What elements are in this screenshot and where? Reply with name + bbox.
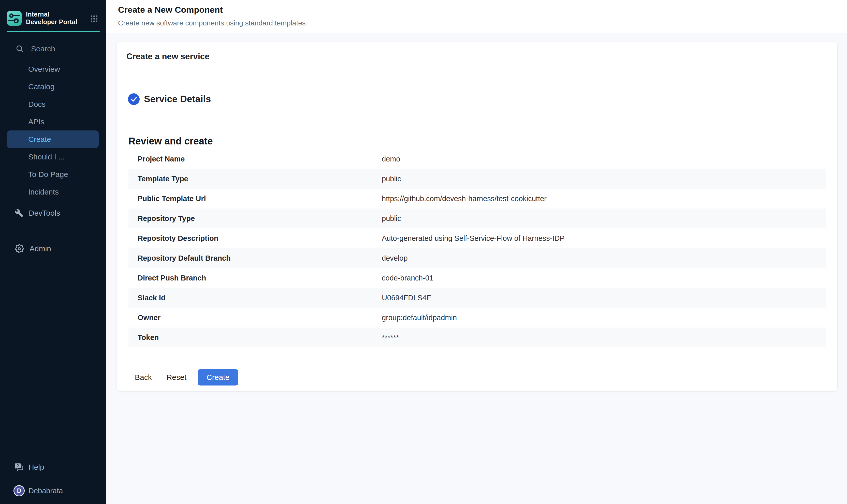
sidebar-nav-item-label: Catalog: [28, 83, 54, 91]
review-row: Repository Default Branch develop: [128, 248, 826, 268]
review-row-label: Project Name: [128, 155, 382, 163]
review-row-label: Template Type: [128, 175, 382, 183]
sidebar-nav: Overview Catalog Docs APIs Create Should…: [0, 60, 106, 201]
back-button[interactable]: Back: [130, 370, 157, 385]
footer-divider: [7, 451, 100, 451]
review-row: Token ******: [128, 327, 826, 347]
search-input[interactable]: Search: [0, 44, 106, 54]
review-row: Direct Push Branch code-branch-01: [128, 268, 826, 288]
review-row-label: Repositoty Description: [128, 234, 382, 242]
review-row-label: Direct Push Branch: [128, 274, 382, 282]
sidebar-item-help[interactable]: ? Help: [0, 460, 106, 474]
page-header: Create a New Component Create new softwa…: [106, 0, 847, 33]
form-actions: Back Reset Create: [130, 369, 837, 385]
search-icon: [15, 44, 24, 53]
portal-logo-icon: [7, 11, 22, 26]
review-row: Template Type public: [128, 169, 826, 189]
svg-text:?: ?: [17, 464, 19, 468]
reset-button[interactable]: Reset: [162, 370, 191, 385]
sidebar-nav-item[interactable]: Docs: [7, 95, 99, 113]
review-row-value: public: [382, 214, 826, 223]
sidebar-item-admin-label: Admin: [30, 245, 51, 253]
section-divider: [7, 229, 100, 229]
sidebar-nav-item[interactable]: APIs: [7, 113, 99, 130]
content-area: Create a new service Service Details Rev…: [106, 33, 847, 504]
review-row-value: develop: [382, 254, 826, 263]
review-row-label: Owner: [128, 313, 382, 322]
apps-grid-icon[interactable]: [89, 13, 99, 23]
sidebar-item-devtools-label: DevTools: [29, 209, 60, 217]
card-title: Create a new service: [117, 42, 837, 61]
review-row-value: ******: [382, 334, 826, 342]
sidebar-nav-item-label: APIs: [28, 118, 44, 126]
sidebar-nav-item-label: Incidents: [28, 188, 59, 196]
sidebar-item-admin[interactable]: Admin: [0, 241, 106, 255]
search-placeholder: Search: [31, 44, 55, 53]
user-name: Debabrata: [29, 487, 63, 495]
review-row-value: https://github.com/devesh-harness/test-c…: [382, 195, 826, 203]
step-completed-check-icon[interactable]: [128, 93, 140, 105]
review-row-value: U0694FDLS4F: [382, 294, 826, 302]
logo-row: Internal Developer Portal: [7, 11, 99, 26]
sidebar-item-devtools[interactable]: DevTools: [0, 206, 106, 220]
sidebar-nav-item[interactable]: Catalog: [7, 78, 99, 95]
review-row-value: Auto-generated using Self-Service-Flow o…: [382, 234, 826, 242]
main-area: Create a New Component Create new softwa…: [106, 0, 847, 504]
review-row-label: Slack Id: [128, 294, 382, 302]
sidebar-nav-item-label: Create: [28, 135, 51, 144]
wrench-icon: [15, 209, 23, 217]
review-row-value: public: [382, 175, 826, 183]
page-subtitle: Create new software components using sta…: [118, 19, 847, 27]
sidebar-nav-item-label: To Do Page: [28, 170, 68, 179]
review-row: Repositoty Description Auto-generated us…: [128, 228, 826, 248]
review-row-label: Token: [128, 334, 382, 342]
sidebar-nav-item[interactable]: Incidents: [7, 183, 99, 201]
page-title: Create a New Component: [118, 4, 847, 15]
review-row-label: Public Template Url: [128, 195, 382, 203]
help-chat-icon: ?: [14, 463, 23, 472]
sidebar-nav-item[interactable]: Overview: [7, 60, 99, 78]
review-row: Slack Id U0694FDLS4F: [128, 288, 826, 308]
brand-divider: [7, 31, 100, 32]
review-row-label: Repository Default Branch: [128, 254, 382, 263]
review-row-value: group:default/idpadmin: [382, 313, 826, 322]
step-label: Service Details: [144, 94, 211, 105]
review-row: Public Template Url https://github.com/d…: [128, 189, 826, 209]
sidebar-nav-item[interactable]: To Do Page: [7, 165, 99, 183]
review-row: Repository Type public: [128, 209, 826, 228]
review-row-label: Repository Type: [128, 214, 382, 223]
review-table: Project Name demo Template Type public P…: [128, 149, 826, 347]
sidebar-nav-item-label: Should I ...: [28, 152, 65, 161]
sidebar-nav-item-label: Docs: [28, 100, 46, 109]
sidebar: Internal Developer Portal Search Overvie…: [0, 0, 106, 504]
sidebar-nav-item[interactable]: Create: [7, 130, 99, 148]
sidebar-spacer: [0, 255, 106, 451]
sidebar-nav-item[interactable]: Should I ...: [7, 148, 99, 165]
avatar-initial: D: [17, 487, 21, 494]
user-menu[interactable]: D Debabrata: [0, 485, 106, 497]
sidebar-nav-item-label: Overview: [28, 65, 60, 73]
create-button[interactable]: Create: [198, 369, 238, 385]
review-row-value: code-branch-01: [382, 274, 826, 282]
review-row: Owner group:default/idpadmin: [128, 308, 826, 327]
create-service-card: Create a new service Service Details Rev…: [117, 42, 837, 391]
review-row-value: demo: [382, 155, 826, 163]
portal-title: Internal Developer Portal: [26, 11, 80, 26]
avatar: D: [14, 485, 25, 497]
review-heading: Review and create: [128, 136, 837, 147]
stepper: Service Details: [128, 93, 837, 105]
sidebar-item-help-label: Help: [29, 463, 44, 471]
gear-icon: [15, 244, 24, 253]
review-row: Project Name demo: [128, 149, 826, 169]
